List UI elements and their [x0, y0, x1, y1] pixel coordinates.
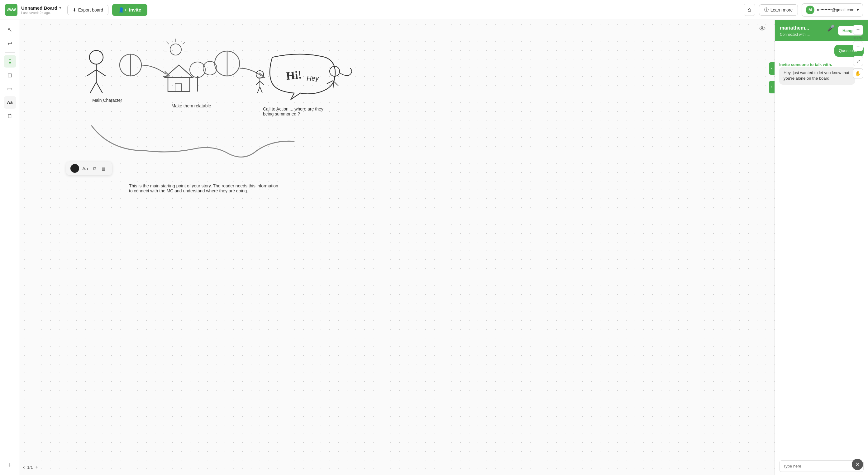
- learn-more-button[interactable]: ⓘ Learn more: [759, 4, 798, 15]
- svg-line-36: [327, 80, 333, 84]
- svg-point-11: [170, 44, 181, 55]
- home-button[interactable]: ⌂: [744, 4, 755, 16]
- svg-point-21: [190, 62, 205, 77]
- eraser-icon: ◻: [7, 72, 12, 78]
- pan-button[interactable]: ✋: [853, 68, 863, 78]
- svg-line-31: [260, 87, 262, 93]
- caller-name-label: mariathem...: [780, 25, 825, 31]
- invite-icon: 👤+: [118, 7, 127, 13]
- text-format-button[interactable]: Aa: [81, 165, 90, 172]
- page-controls: ‹ 1/1 +: [23, 465, 38, 470]
- sticky-note-button[interactable]: 🗒: [4, 110, 16, 122]
- svg-line-28: [256, 81, 260, 85]
- board-name-area: Unnamed Board ▾ Last saved: 2s ago.: [21, 5, 61, 14]
- chat-panel: mariathem... 🎤 Connected with ... Hang u…: [775, 20, 868, 475]
- user-avatar: M: [806, 6, 814, 14]
- svg-text:Hi!: Hi!: [286, 68, 302, 82]
- svg-rect-19: [175, 84, 181, 92]
- left-toolbar: ↖ ↩ ◻ ▭ Aa 🗒 +: [0, 20, 20, 475]
- page-indicator: 1/1: [27, 465, 33, 470]
- step1-symbol: [120, 54, 142, 76]
- chevron-down-icon: ▾: [59, 6, 61, 10]
- add-element-button[interactable]: +: [4, 459, 16, 471]
- add-icon: +: [8, 461, 12, 469]
- text-tool-label: Aa: [7, 100, 13, 105]
- delete-button[interactable]: 🗑: [99, 165, 108, 172]
- svg-text:Hey: Hey: [307, 74, 319, 82]
- invite-label: Invite: [129, 7, 141, 12]
- house-scene-drawing: [164, 39, 217, 92]
- color-picker-button[interactable]: [70, 164, 79, 173]
- chat-collapse-tab-top[interactable]: ‹: [769, 62, 775, 75]
- undo-button[interactable]: ↩: [4, 37, 16, 50]
- microphone-icon[interactable]: 🎤: [827, 24, 835, 32]
- svg-point-26: [256, 71, 264, 78]
- invite-area: Invite someone to talk with. Hey, just w…: [779, 62, 864, 84]
- brush-icon: [7, 58, 13, 64]
- svg-point-3: [89, 50, 103, 64]
- rect-tool-button[interactable]: ▭: [4, 82, 16, 95]
- rect-icon: ▭: [7, 85, 12, 92]
- step2-symbol: [215, 51, 240, 76]
- select-icon: ↖: [7, 27, 12, 33]
- home-icon: ⌂: [748, 6, 751, 13]
- text-tool-button[interactable]: Aa: [4, 96, 16, 109]
- eye-icon[interactable]: 👁: [759, 25, 766, 33]
- user-menu-button[interactable]: M m••••••••@gmail.com ▾: [802, 3, 863, 16]
- chat-input[interactable]: [779, 461, 864, 472]
- delete-icon: 🗑: [101, 166, 106, 171]
- connected-status-label: Connected with ...: [780, 32, 835, 37]
- eraser-tool-button[interactable]: ◻: [4, 69, 16, 81]
- info-icon: ⓘ: [764, 7, 769, 13]
- chat-questions-tab[interactable]: ›: [769, 81, 775, 93]
- export-board-button[interactable]: ⬇ Export board: [67, 5, 108, 15]
- svg-point-0: [9, 62, 11, 64]
- toolbar-divider: [5, 52, 15, 53]
- invite-button[interactable]: 👤+ Invite: [112, 4, 147, 16]
- main-character-drawing: [87, 50, 105, 93]
- zoom-in-button[interactable]: +: [853, 25, 863, 35]
- expand-button[interactable]: ⤢: [853, 56, 863, 66]
- svg-line-5: [87, 70, 96, 76]
- speech-bubble-scene: Hi! Hey: [256, 54, 352, 99]
- invite-label: Invite someone to talk with.: [779, 62, 864, 67]
- zoom-level-label: 100%: [854, 36, 862, 40]
- board-name-button[interactable]: Unnamed Board ▾: [21, 5, 61, 10]
- svg-line-6: [96, 70, 105, 76]
- svg-line-29: [260, 81, 264, 85]
- svg-line-30: [257, 87, 260, 93]
- export-icon: ⬇: [72, 7, 76, 12]
- board-name-label: Unnamed Board: [21, 5, 57, 10]
- board-saved-label: Last saved: 2s ago.: [21, 11, 61, 14]
- svg-line-15: [166, 42, 169, 44]
- brush-tool-button[interactable]: [4, 55, 16, 68]
- select-tool-button[interactable]: ↖: [4, 24, 16, 36]
- text-format-icon: Aa: [82, 166, 88, 171]
- copy-button[interactable]: ⧉: [91, 164, 98, 172]
- system-message: Hey, just wanted to let you know that yo…: [779, 67, 855, 84]
- canvas-svg: Hi! Hey: [20, 20, 868, 475]
- svg-marker-17: [168, 77, 190, 92]
- zoom-controls: + 100% −: [853, 25, 863, 51]
- user-email-label: m••••••••@gmail.com: [817, 7, 854, 12]
- user-chevron-icon: ▾: [857, 7, 859, 12]
- undo-icon: ↩: [7, 40, 12, 47]
- right-side-icons: ⤢ ✋: [853, 56, 863, 78]
- canvas-area[interactable]: Hi! Hey Main Character Make them relatab…: [20, 20, 868, 475]
- svg-line-7: [90, 82, 96, 93]
- chat-messages: Questions? Invite someone to talk with. …: [775, 41, 868, 457]
- zoom-out-button[interactable]: −: [853, 41, 863, 51]
- learn-more-label: Learn more: [771, 7, 793, 12]
- add-page-button[interactable]: +: [35, 465, 38, 470]
- close-button[interactable]: ✕: [852, 459, 863, 470]
- app-logo: AWW: [5, 4, 18, 16]
- floating-toolbar: Aa ⧉ 🗑: [66, 162, 112, 175]
- export-label: Export board: [78, 7, 103, 12]
- prev-page-button[interactable]: ‹: [23, 465, 25, 470]
- svg-line-13: [183, 42, 185, 44]
- topbar: AWW Unnamed Board ▾ Last saved: 2s ago. …: [0, 0, 868, 20]
- svg-line-8: [96, 82, 102, 93]
- copy-icon: ⧉: [93, 166, 96, 171]
- sticky-icon: 🗒: [7, 113, 13, 120]
